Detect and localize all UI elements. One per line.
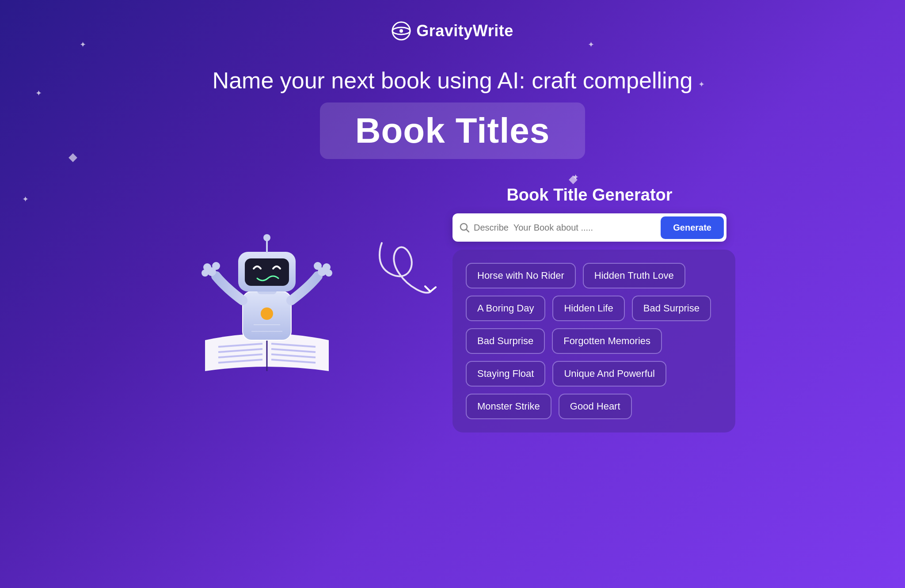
logo-icon [392, 21, 411, 41]
hero-highlight-box: Book Titles [320, 102, 586, 159]
arrow-decoration [355, 230, 452, 309]
svg-point-24 [325, 269, 332, 277]
tag-a-boring-day[interactable]: A Boring Day [466, 296, 545, 321]
logo-text: GravityWrite [416, 22, 513, 40]
hero-section: Name your next book using AI: craft comp… [0, 67, 905, 159]
svg-line-29 [467, 230, 469, 232]
curl-arrow-svg [364, 230, 444, 309]
tag-horse-with-no-rider[interactable]: Horse with No Rider [466, 263, 576, 288]
generate-button[interactable]: Generate [661, 216, 724, 239]
robot-container [179, 194, 355, 380]
tag-hidden-life[interactable]: Hidden Life [552, 296, 624, 321]
generator-title: Book Title Generator [506, 186, 672, 205]
svg-point-18 [212, 262, 220, 270]
star-decoration-3: ✦ [35, 88, 42, 98]
hero-highlight-text: Book Titles [355, 111, 550, 150]
results-panel: Horse with No Rider Hidden Truth Love A … [452, 250, 735, 432]
robot-illustration [192, 194, 342, 380]
svg-point-16 [263, 234, 270, 241]
search-bar: Generate [452, 213, 726, 242]
hero-subtitle: Name your next book using AI: craft comp… [0, 67, 905, 94]
tag-forgotten-memories[interactable]: Forgotten Memories [552, 328, 662, 354]
tag-good-heart[interactable]: Good Heart [559, 394, 632, 419]
svg-point-22 [314, 262, 322, 270]
tag-bad-surprise-2[interactable]: Bad Surprise [466, 328, 545, 354]
search-input[interactable] [474, 223, 661, 233]
star-decoration-4: ✦ [698, 80, 705, 89]
star-decoration-1: ✦ [80, 40, 86, 49]
star-decoration-2: ✦ [588, 40, 594, 49]
main-content: Book Title Generator Generate Horse with… [0, 186, 905, 432]
svg-rect-14 [245, 258, 289, 286]
svg-point-20 [202, 269, 209, 277]
search-icon [460, 223, 469, 232]
tag-unique-and-powerful[interactable]: Unique And Powerful [552, 361, 666, 387]
tag-bad-surprise-1[interactable]: Bad Surprise [632, 296, 711, 321]
generator-panel: Book Title Generator Generate Horse with… [452, 186, 726, 432]
tag-hidden-truth-love[interactable]: Hidden Truth Love [583, 263, 685, 288]
header: GravityWrite [0, 0, 905, 41]
tag-monster-strike[interactable]: Monster Strike [466, 394, 551, 419]
svg-point-2 [399, 29, 403, 33]
tag-staying-float[interactable]: Staying Float [466, 361, 545, 387]
svg-point-25 [261, 307, 273, 320]
